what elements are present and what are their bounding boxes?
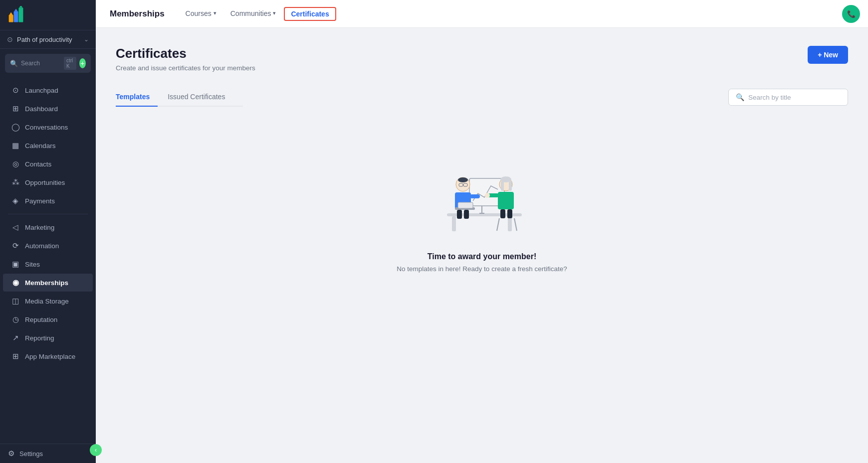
- page-subtitle: Create and issue certificates for your m…: [116, 64, 255, 72]
- sidebar-item-payments[interactable]: ◈ Payments: [3, 192, 93, 210]
- svg-rect-30: [500, 209, 505, 218]
- payments-icon: ◈: [11, 196, 20, 205]
- sidebar-item-contacts[interactable]: ◎ Contacts: [3, 155, 93, 173]
- svg-line-33: [514, 218, 517, 231]
- courses-label: Courses: [186, 9, 212, 17]
- sidebar-label-sites: Sites: [25, 261, 40, 268]
- certificates-label: Certificates: [291, 10, 329, 18]
- communities-label: Communities: [230, 9, 271, 17]
- page-header: Certificates Create and issue certificat…: [116, 46, 848, 72]
- page-title: Certificates: [116, 46, 255, 61]
- sidebar-label-calendars: Calendars: [25, 142, 56, 150]
- sidebar-item-sites[interactable]: ▣ Sites: [3, 255, 93, 273]
- avatar-button[interactable]: 📞: [842, 5, 860, 23]
- svg-rect-0: [9, 15, 13, 22]
- settings-label: Settings: [19, 450, 43, 458]
- search-title-input[interactable]: [748, 94, 838, 101]
- tab-templates-label: Templates: [116, 93, 150, 101]
- topnav-certificates[interactable]: Certificates: [284, 7, 336, 21]
- sidebar-label-contacts: Contacts: [25, 160, 51, 168]
- empty-state-title: Time to award your member!: [428, 252, 536, 261]
- settings-icon: ⚙: [8, 449, 14, 458]
- sidebar-item-reputation[interactable]: ◷ Reputation: [3, 310, 93, 328]
- nav-divider-1: [8, 214, 88, 214]
- empty-illustration: [427, 149, 537, 238]
- svg-rect-22: [464, 210, 469, 219]
- svg-rect-31: [507, 209, 512, 218]
- sidebar-footer-settings[interactable]: ⚙ Settings: [0, 444, 96, 463]
- dashboard-icon: ⊞: [11, 104, 20, 113]
- search-bar[interactable]: 🔍 ctrl K +: [5, 54, 91, 73]
- sidebar-label-launchpad: Launchpad: [25, 87, 58, 94]
- courses-dropdown-icon: ▾: [214, 10, 217, 16]
- sidebar-item-app-marketplace[interactable]: ⊞ App Marketplace: [3, 347, 93, 365]
- svg-rect-21: [457, 210, 462, 219]
- communities-dropdown-icon: ▾: [273, 10, 276, 16]
- svg-rect-25: [501, 181, 504, 191]
- new-button[interactable]: + New: [808, 46, 848, 64]
- sidebar-label-conversations: Conversations: [25, 124, 68, 131]
- media-storage-icon: ◫: [11, 297, 20, 306]
- content-tabs: Templates Issued Certificates: [116, 88, 243, 107]
- workspace-selector[interactable]: ⊙ Path of productivity ⌄: [0, 30, 96, 49]
- automation-icon: ⟳: [11, 241, 20, 250]
- contacts-icon: ◎: [11, 159, 20, 168]
- search-box[interactable]: 🔍: [728, 89, 848, 106]
- svg-marker-3: [9, 12, 13, 15]
- sidebar-header: [0, 0, 96, 30]
- svg-point-16: [458, 177, 468, 182]
- avatar-icon: 📞: [847, 10, 856, 18]
- sidebar-item-opportunities[interactable]: ⁂ Opportunities: [3, 173, 93, 191]
- opportunities-icon: ⁂: [11, 178, 20, 187]
- reporting-icon: ↗: [11, 333, 20, 342]
- tab-templates[interactable]: Templates: [116, 88, 158, 107]
- sidebar-item-reporting[interactable]: ↗ Reporting: [3, 329, 93, 347]
- sidebar-item-dashboard[interactable]: ⊞ Dashboard: [3, 100, 93, 118]
- add-button[interactable]: +: [79, 58, 86, 68]
- svg-rect-18: [470, 194, 480, 198]
- topnav-title: Memberships: [110, 9, 165, 19]
- sidebar-label-memberships: Memberships: [25, 279, 68, 287]
- main-content: Memberships Courses ▾ Communities ▾ Cert…: [96, 0, 868, 463]
- sidebar-item-media-storage[interactable]: ◫ Media Storage: [3, 292, 93, 310]
- marketing-icon: ◁: [11, 223, 20, 232]
- svg-rect-20: [458, 202, 473, 208]
- top-navigation: Memberships Courses ▾ Communities ▾ Cert…: [96, 0, 868, 28]
- svg-line-32: [497, 218, 499, 231]
- search-icon: 🔍: [10, 60, 18, 67]
- calendars-icon: ▦: [11, 141, 20, 150]
- sidebar-item-conversations[interactable]: ◯ Conversations: [3, 118, 93, 136]
- sidebar-nav: ⊙ Launchpad ⊞ Dashboard ◯ Conversations …: [0, 78, 96, 444]
- topnav-courses[interactable]: Courses ▾: [179, 0, 223, 28]
- sidebar-item-memberships[interactable]: ◉ Memberships: [3, 274, 93, 292]
- conversations-icon: ◯: [11, 123, 20, 132]
- empty-state: Time to award your member! No templates …: [116, 119, 848, 303]
- sidebar-label-marketing: Marketing: [25, 224, 54, 231]
- sidebar-item-marketing[interactable]: ◁ Marketing: [3, 218, 93, 236]
- search-box-icon: 🔍: [736, 93, 744, 101]
- sidebar-label-payments: Payments: [25, 197, 55, 205]
- sidebar-collapse-button[interactable]: ‹: [90, 444, 102, 456]
- reputation-icon: ◷: [11, 315, 20, 324]
- sidebar-label-dashboard: Dashboard: [25, 105, 58, 113]
- svg-rect-27: [498, 192, 514, 209]
- sidebar-item-calendars[interactable]: ▦ Calendars: [3, 137, 93, 154]
- tab-issued-certificates[interactable]: Issued Certificates: [168, 88, 233, 107]
- memberships-icon: ◉: [11, 278, 20, 287]
- tab-issued-label: Issued Certificates: [168, 93, 225, 101]
- page-title-group: Certificates Create and issue certificat…: [116, 46, 255, 72]
- search-shortcut: ctrl K: [64, 57, 76, 70]
- workspace-chevron: ⌄: [84, 36, 89, 43]
- app-marketplace-icon: ⊞: [11, 352, 20, 361]
- sidebar-label-app-marketplace: App Marketplace: [25, 353, 75, 360]
- svg-rect-8: [508, 216, 512, 231]
- svg-rect-2: [18, 8, 23, 22]
- topnav-communities[interactable]: Communities ▾: [223, 0, 283, 28]
- sidebar-item-launchpad[interactable]: ⊙ Launchpad: [3, 81, 93, 99]
- launchpad-icon: ⊙: [11, 86, 20, 95]
- svg-rect-26: [509, 181, 512, 191]
- svg-rect-1: [14, 11, 18, 22]
- sidebar-label-opportunities: Opportunities: [25, 179, 65, 186]
- sidebar-item-automation[interactable]: ⟳ Automation: [3, 237, 93, 255]
- search-input[interactable]: [21, 60, 61, 67]
